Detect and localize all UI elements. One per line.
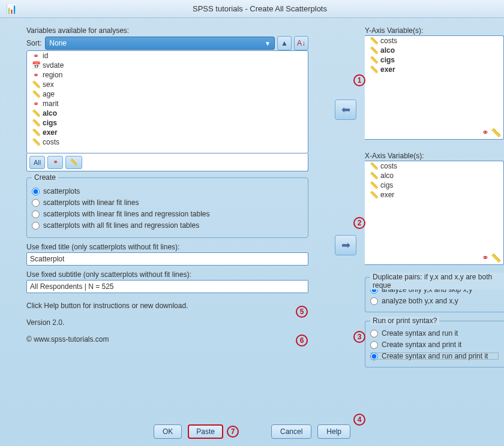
scale-icon: 📏 [491, 128, 501, 137]
callout-1: 1 [353, 74, 365, 86]
variable-item[interactable]: ⚭id [27, 51, 308, 61]
callout-5: 5 [296, 306, 308, 318]
help-hint: Click Help button for instructions or ne… [26, 302, 308, 310]
variable-item[interactable]: 📏costs [27, 137, 308, 147]
filter-scale-button[interactable]: 📏 [65, 156, 82, 169]
x-listbox[interactable]: 📏costs📏alco📏cigs📏exer ⚭ 📏 [365, 161, 504, 265]
move-to-y-button[interactable]: ⬅ [335, 100, 356, 120]
run-opt-0[interactable]: Create syntax and run it [370, 329, 499, 337]
variable-item[interactable]: 📏sex [27, 80, 308, 89]
filter-nominal-button[interactable]: ⚭ [47, 156, 63, 169]
variable-item[interactable]: 📏age [27, 89, 308, 99]
window-title: SPSS tutorials - Create All Scatterplots [22, 4, 498, 13]
variable-item[interactable]: 📏alco [365, 46, 503, 55]
create-opt-1[interactable]: scatterplots with linear fit lines [32, 198, 303, 207]
filter-row: All ⚭ 📏 [26, 153, 308, 171]
nominal-icon: ⚭ [482, 128, 489, 137]
create-opt-2[interactable]: scatterplots with linear fit lines and r… [32, 210, 303, 218]
variable-item[interactable]: 📏alco [365, 171, 503, 180]
ok-button[interactable]: OK [154, 424, 182, 439]
create-opt-3[interactable]: scatterplots with all fit lines and regr… [32, 221, 303, 230]
fixed-sub-input[interactable] [26, 280, 308, 293]
callout-4: 4 [353, 414, 365, 426]
fixed-title-input[interactable] [26, 252, 308, 266]
variable-item[interactable]: 📏cigs [365, 180, 503, 190]
copyright-text: © www.spss-tutorials.com [26, 335, 308, 343]
run-opt-2[interactable]: Create syntax and run and print it [370, 352, 499, 360]
variable-item[interactable]: 📏cigs [365, 55, 503, 65]
app-icon: 📊 [6, 4, 17, 14]
variable-item[interactable]: 📏costs [365, 161, 503, 171]
dup-legend: Duplicate pairs: if y,x and x,y are both… [370, 273, 504, 290]
help-button[interactable]: Help [317, 424, 350, 439]
callout-3: 3 [353, 331, 365, 343]
arrow-right-icon: ➡ [341, 239, 350, 252]
variable-item[interactable]: ⚭region [27, 70, 308, 80]
chevron-down-icon: ▼ [265, 40, 271, 47]
variable-item[interactable]: 📏exer [365, 190, 503, 200]
sort-desc-button[interactable]: A↓ [294, 36, 308, 50]
button-bar: OK Paste 7 Cancel Help [0, 424, 504, 439]
variable-item[interactable]: 📏alco [27, 109, 308, 118]
callout-6: 6 [296, 334, 308, 346]
sort-value: None [49, 39, 67, 47]
filter-all-button[interactable]: All [29, 156, 45, 169]
available-label: Variables available for analyses: [26, 26, 308, 35]
callout-2: 2 [353, 217, 365, 229]
variable-item[interactable]: 📏cigs [27, 118, 308, 128]
available-listbox[interactable]: ⚭id📅svdate⚭region📏sex📏age⚭marit📏alco📏cig… [26, 50, 308, 153]
run-legend: Run or print syntax? [370, 317, 439, 325]
x-label: X-Axis Variable(s): [365, 152, 504, 160]
x-corner-icons: ⚭ 📏 [482, 253, 501, 263]
sort-label: Sort: [26, 39, 41, 47]
run-opt-1[interactable]: Create syntax and print it [370, 340, 499, 349]
variable-item[interactable]: 📏costs [365, 36, 503, 46]
version-text: Version 2.0. [26, 318, 308, 327]
create-group: Create scatterplots scatterplots with li… [26, 177, 308, 238]
fixed-sub-label: Use fixed subtitle (only scatterplots wi… [26, 270, 308, 279]
create-opt-0[interactable]: scatterplots [32, 187, 303, 195]
duplicate-group: Duplicate pairs: if y,x and x,y are both… [365, 277, 504, 312]
cancel-button[interactable]: Cancel [271, 424, 311, 439]
nominal-icon: ⚭ [482, 253, 489, 263]
paste-button[interactable]: Paste [188, 424, 223, 439]
variable-item[interactable]: ⚭marit [27, 99, 308, 109]
sort-combo[interactable]: None ▼ [45, 37, 275, 50]
y-label: Y-Axis Variable(s): [365, 26, 504, 35]
title-bar: 📊 SPSS tutorials - Create All Scatterplo… [0, 0, 504, 18]
move-to-x-button[interactable]: ➡ [335, 235, 356, 255]
scale-icon: 📏 [491, 253, 501, 263]
create-legend: Create [32, 173, 58, 182]
variable-item[interactable]: 📏exer [365, 65, 503, 74]
dup-opt-1[interactable]: analyze both y,x and x,y [370, 297, 499, 305]
y-corner-icons: ⚭ 📏 [482, 128, 501, 137]
arrow-left-icon: ⬅ [341, 103, 350, 116]
fixed-title-label: Use fixed title (only scatterplots witho… [26, 243, 308, 251]
variable-item[interactable]: 📅svdate [27, 61, 308, 70]
y-listbox[interactable]: 📏costs📏alco📏cigs📏exer ⚭ 📏 [365, 35, 504, 140]
callout-7: 7 [227, 426, 239, 438]
variable-item[interactable]: 📏exer [27, 128, 308, 137]
sort-asc-button[interactable]: ▲ [277, 36, 292, 50]
run-group: Run or print syntax? Create syntax and r… [365, 321, 504, 367]
